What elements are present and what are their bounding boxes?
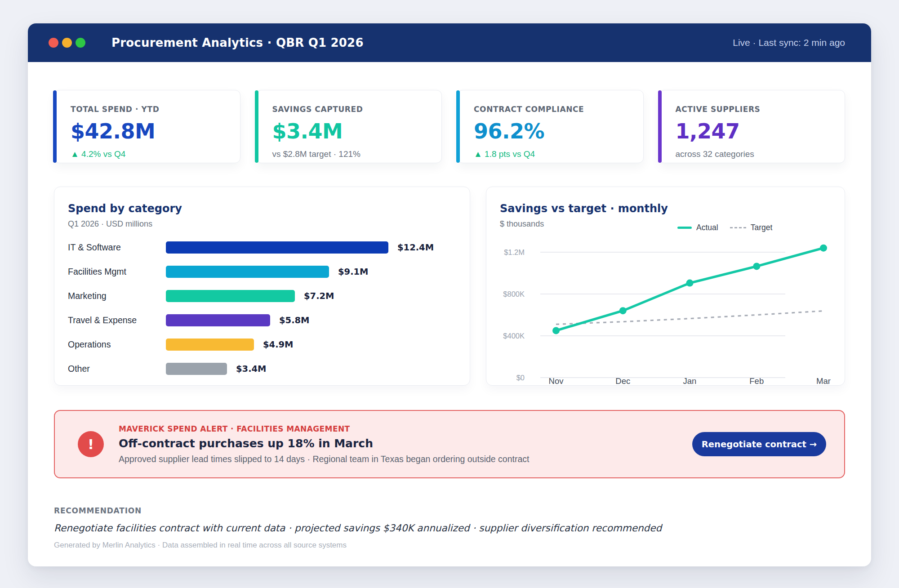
kpi-accent-bar bbox=[456, 90, 460, 163]
bar bbox=[166, 363, 227, 375]
x-axis-label: Mar bbox=[816, 376, 831, 386]
kpi-delta: across 32 categories bbox=[676, 149, 830, 159]
maximize-window-icon[interactable] bbox=[76, 38, 85, 48]
bar-value-label: $12.4M bbox=[397, 242, 434, 253]
bar-category-label: IT & Software bbox=[68, 242, 166, 253]
alert-icon: ! bbox=[78, 431, 104, 457]
recommendation-label: RECOMMENDATION bbox=[54, 506, 845, 515]
data-point-dec bbox=[619, 307, 627, 314]
kpi-card-1: TOTAL SPEND · YTD$42.8M▲ 4.2% vs Q4 bbox=[54, 90, 240, 163]
bar bbox=[166, 314, 270, 326]
bar-value-label: $4.9M bbox=[263, 339, 294, 350]
kpi-label: TOTAL SPEND · YTD bbox=[71, 105, 225, 114]
alert-headline: Off-contract purchases up 18% in March bbox=[119, 437, 529, 450]
bar-value-label: $9.1M bbox=[338, 267, 369, 277]
alert-texts: MAVERICK SPEND ALERT · FACILITIES MANAGE… bbox=[119, 424, 529, 464]
charts-row: Spend by category Q1 2026 · USD millions… bbox=[54, 187, 845, 386]
bar bbox=[166, 339, 254, 351]
kpi-card-4: ACTIVE SUPPLIERS1,247across 32 categorie… bbox=[659, 90, 846, 163]
kpi-accent-bar bbox=[255, 90, 258, 163]
actual-line bbox=[556, 248, 823, 331]
x-axis-label: Jan bbox=[683, 376, 697, 386]
bar-category-label: Travel & Expense bbox=[68, 315, 166, 325]
bar-row: IT & Software$12.4M bbox=[68, 235, 456, 259]
bar-row: Facilities Mgmt$9.1M bbox=[68, 259, 456, 284]
bar-row: Marketing$7.2M bbox=[68, 284, 456, 308]
page-title: Procurement Analytics · QBR Q1 2026 bbox=[111, 36, 364, 49]
bar-value-label: $7.2M bbox=[304, 291, 334, 301]
data-point-mar bbox=[820, 245, 827, 252]
spend-by-category-panel: Spend by category Q1 2026 · USD millions… bbox=[54, 187, 470, 386]
bar bbox=[166, 241, 388, 254]
recommendation-section: RECOMMENDATION Renegotiate facilities co… bbox=[54, 506, 845, 550]
bar-row: Other$3.4M bbox=[68, 356, 456, 381]
data-point-nov bbox=[552, 327, 560, 334]
kpi-label: CONTRACT COMPLIANCE bbox=[474, 105, 628, 114]
bar-chart-title: Spend by category bbox=[68, 202, 456, 215]
y-axis-label: $1.2M bbox=[504, 248, 525, 256]
recommendation-footnote: Generated by Merlin Analytics · Data ass… bbox=[54, 541, 845, 550]
alert-detail: Approved supplier lead times slipped to … bbox=[119, 454, 529, 464]
kpi-label: SAVINGS CAPTURED bbox=[272, 105, 427, 114]
kpi-value: $3.4M bbox=[272, 119, 427, 143]
kpi-value: 1,247 bbox=[676, 119, 830, 143]
title-bar: Procurement Analytics · QBR Q1 2026 Live… bbox=[28, 23, 871, 62]
data-point-feb bbox=[753, 263, 760, 270]
window-controls bbox=[49, 38, 85, 48]
recommendation-text: Renegotiate facilities contract with cur… bbox=[54, 522, 845, 534]
kpi-card-3: CONTRACT COMPLIANCE96.2%▲ 1.8 pts vs Q4 bbox=[457, 90, 644, 163]
bar-row: Operations$4.9M bbox=[68, 332, 456, 356]
bar-category-label: Operations bbox=[68, 339, 166, 350]
kpi-row: TOTAL SPEND · YTD$42.8M▲ 4.2% vs Q4SAVIN… bbox=[54, 90, 845, 163]
sync-status: Live · Last sync: 2 min ago bbox=[733, 37, 845, 48]
renegotiate-contract-button[interactable]: Renegotiate contract → bbox=[692, 432, 826, 456]
alert-banner: ! MAVERICK SPEND ALERT · FACILITIES MANA… bbox=[54, 410, 845, 478]
y-axis-label: $400K bbox=[503, 332, 525, 340]
alert-kicker: MAVERICK SPEND ALERT · FACILITIES MANAGE… bbox=[119, 424, 529, 433]
x-axis-label: Feb bbox=[749, 376, 764, 386]
bar-value-label: $3.4M bbox=[236, 364, 267, 374]
y-axis-label: $800K bbox=[503, 290, 525, 298]
line-chart: $0$400K$800K$1.2MNovDecJanFebMar bbox=[486, 187, 845, 386]
kpi-value: 96.2% bbox=[474, 119, 628, 143]
kpi-delta: ▲ 1.8 pts vs Q4 bbox=[474, 149, 628, 159]
bar-category-label: Other bbox=[68, 364, 166, 374]
kpi-accent-bar bbox=[658, 90, 662, 163]
x-axis-label: Dec bbox=[615, 376, 630, 386]
kpi-value: $42.8M bbox=[71, 119, 225, 143]
kpi-card-2: SAVINGS CAPTURED$3.4Mvs $2.8M target · 1… bbox=[256, 90, 442, 163]
data-point-jan bbox=[686, 280, 694, 287]
bar-row: Travel & Expense$5.8M bbox=[68, 308, 456, 332]
bar-category-label: Marketing bbox=[68, 291, 166, 301]
bar-chart: IT & Software$12.4MFacilities Mgmt$9.1MM… bbox=[68, 235, 456, 381]
dashboard-content: TOTAL SPEND · YTD$42.8M▲ 4.2% vs Q4SAVIN… bbox=[28, 90, 871, 550]
x-axis-label: Nov bbox=[549, 376, 564, 386]
y-axis-label: $0 bbox=[516, 374, 525, 382]
close-window-icon[interactable] bbox=[49, 38, 58, 48]
bar-value-label: $5.8M bbox=[279, 315, 310, 325]
kpi-delta: vs $2.8M target · 121% bbox=[272, 149, 427, 159]
app-window: Procurement Analytics · QBR Q1 2026 Live… bbox=[28, 23, 871, 566]
kpi-label: ACTIVE SUPPLIERS bbox=[676, 105, 830, 114]
kpi-accent-bar bbox=[53, 90, 57, 163]
bar-chart-subtitle: Q1 2026 · USD millions bbox=[68, 219, 456, 229]
kpi-delta: ▲ 4.2% vs Q4 bbox=[71, 149, 225, 159]
savings-vs-target-panel: Savings vs target · monthly $ thousands … bbox=[486, 187, 845, 386]
bar-category-label: Facilities Mgmt bbox=[68, 267, 166, 277]
bar bbox=[166, 290, 295, 302]
bar bbox=[166, 266, 329, 278]
minimize-window-icon[interactable] bbox=[62, 38, 72, 48]
